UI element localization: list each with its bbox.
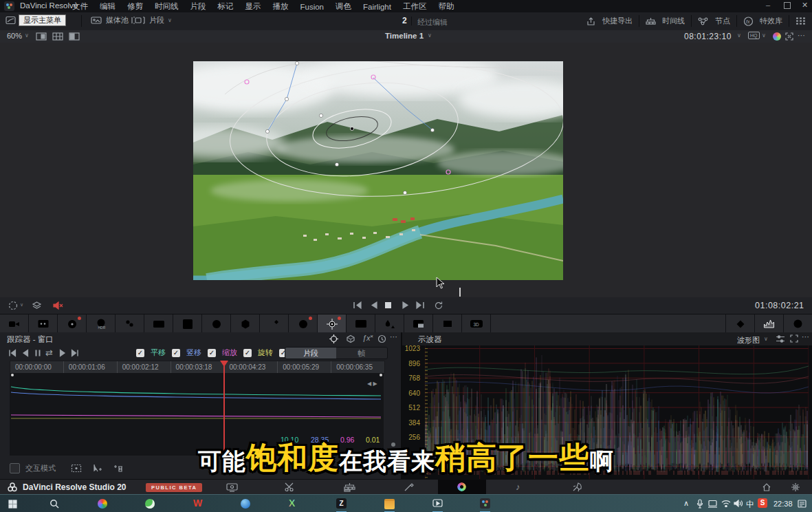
effects-library-label[interactable]: 特效库	[760, 16, 782, 26]
track-forward-icon[interactable]	[59, 349, 67, 357]
nodes-icon[interactable]	[698, 17, 709, 25]
menu-edit[interactable]: 编辑	[98, 1, 117, 12]
mesh-icon[interactable]	[231, 314, 260, 333]
stereo-3d-icon[interactable]: 3D	[462, 314, 491, 333]
scope-mode-chevron-icon[interactable]: ∨	[764, 336, 768, 342]
play-icon[interactable]	[402, 301, 410, 310]
rgb-mixer-icon[interactable]	[116, 314, 144, 333]
grid-viewer-icon[interactable]	[52, 32, 63, 41]
menu-fusion[interactable]: Fusion	[299, 3, 326, 11]
menu-view[interactable]: 显示	[244, 1, 263, 12]
magic-mask-icon[interactable]	[347, 314, 375, 333]
ime-indicator[interactable]: 中	[746, 499, 754, 511]
minimize-icon[interactable]: –	[766, 1, 770, 9]
tray-chevron-icon[interactable]: ∧	[683, 499, 689, 508]
speaker-icon[interactable]	[734, 500, 743, 507]
clock[interactable]: 22:38	[773, 500, 793, 508]
menu-clip[interactable]: 片段	[189, 1, 208, 12]
play-reverse-icon[interactable]	[370, 301, 378, 310]
hq-chevron-icon[interactable]: ∨	[762, 32, 766, 39]
lightbox-icon[interactable]	[795, 17, 806, 25]
microphone-icon[interactable]	[696, 499, 703, 509]
media-pool-button[interactable]: 媒体池	[91, 15, 129, 25]
file-explorer-icon[interactable]	[384, 499, 395, 509]
page-edit-icon[interactable]	[344, 482, 355, 492]
timeline-chevron-icon[interactable]: ∨	[428, 32, 432, 39]
menu-timeline[interactable]: 时间线	[153, 1, 180, 12]
search-icon[interactable]	[50, 499, 59, 509]
go-to-end-icon[interactable]	[415, 301, 425, 310]
wechat-app-icon[interactable]	[145, 499, 155, 509]
wifi-icon[interactable]	[721, 500, 731, 507]
window-overlay-icon[interactable]	[8, 301, 19, 310]
point-box-icon[interactable]	[71, 464, 82, 473]
expand-viewer-icon[interactable]	[785, 32, 793, 41]
color-warper-icon[interactable]	[202, 314, 231, 333]
video-frame[interactable]	[193, 61, 563, 280]
blue-sphere-app-icon[interactable]	[241, 499, 250, 509]
tracker-3d-icon[interactable]	[346, 334, 355, 343]
pan-checkbox[interactable]: ✓	[136, 349, 144, 357]
info-icon[interactable]	[783, 314, 812, 333]
menu-playback[interactable]: 播放	[272, 1, 290, 12]
scope-mode-select[interactable]: 波形图	[737, 335, 760, 345]
interactive-mode-checkbox[interactable]	[10, 463, 20, 473]
quick-export-label[interactable]: 快捷导出	[602, 16, 633, 26]
stop-icon[interactable]	[385, 302, 391, 308]
scope-expand-icon[interactable]	[790, 334, 798, 343]
home-icon[interactable]	[762, 482, 771, 492]
davinci-taskbar-icon[interactable]	[480, 498, 490, 509]
loop-icon[interactable]	[434, 301, 443, 310]
menu-workspace[interactable]: 工作区	[402, 1, 428, 12]
camera-raw-icon[interactable]	[0, 314, 29, 333]
jog-playhead[interactable]	[459, 288, 461, 297]
single-viewer-icon[interactable]	[36, 32, 47, 41]
split-viewer-icon[interactable]	[69, 32, 80, 41]
menu-mark[interactable]: 标记	[217, 1, 235, 12]
delete-point-icon[interactable]	[113, 464, 123, 473]
tracker-crosshair-icon[interactable]	[329, 334, 339, 344]
tab-frame[interactable]: 帧	[336, 348, 387, 359]
scope-settings-icon[interactable]	[776, 334, 785, 343]
tracker-icon[interactable]	[318, 314, 347, 333]
graph-scroll-arrows[interactable]: ◀ ▶	[367, 381, 377, 387]
close-icon[interactable]: ✕	[802, 1, 808, 10]
start-button[interactable]	[8, 500, 17, 509]
track-forward-to-end-icon[interactable]	[71, 349, 79, 357]
notification-icon[interactable]	[798, 500, 806, 508]
timeline-panel-label[interactable]: 时间线	[662, 16, 685, 26]
tracker-playhead-marker[interactable]	[220, 361, 228, 367]
maximize-icon[interactable]	[784, 2, 791, 9]
color-slice-icon[interactable]	[29, 314, 58, 333]
power-window-icon[interactable]	[289, 314, 318, 333]
layers-icon[interactable]	[32, 301, 42, 310]
timeline-panel-icon[interactable]	[646, 17, 656, 25]
timeline-name[interactable]: Timeline 1	[385, 32, 424, 40]
page-fusion-icon[interactable]	[404, 482, 415, 492]
zoom-chevron-icon[interactable]: ∨	[25, 32, 29, 39]
settings-gear-icon[interactable]	[791, 482, 800, 492]
add-point-cursor-icon[interactable]	[93, 464, 102, 473]
track-pause-icon[interactable]	[34, 349, 41, 357]
curves-icon[interactable]	[173, 314, 202, 333]
keyframes-icon[interactable]	[725, 314, 754, 333]
menu-trim[interactable]: 修剪	[126, 1, 144, 12]
page-media-icon[interactable]	[226, 482, 238, 492]
tracker-playhead[interactable]	[223, 361, 225, 456]
z-app-icon[interactable]: Z	[336, 498, 347, 509]
timecode-chevron-icon[interactable]: ∨	[737, 32, 741, 39]
hdr-wheels-icon[interactable]: HDR	[87, 314, 116, 333]
nodes-label[interactable]: 节点	[715, 16, 730, 26]
rotate-checkbox[interactable]: ✓	[243, 349, 252, 357]
overlay-chevron-icon[interactable]: ∨	[20, 302, 23, 308]
tilt-checkbox[interactable]: ✓	[172, 349, 180, 357]
shot-match-icon[interactable]	[144, 314, 173, 333]
app-logo-icon[interactable]	[4, 1, 14, 11]
wps-app-icon[interactable]: W	[193, 498, 202, 509]
scopes-icon[interactable]	[754, 314, 783, 333]
menu-file[interactable]: 文件	[71, 1, 89, 12]
hq-proxy-icon[interactable]: HQ	[748, 32, 760, 39]
tracker-reset-icon[interactable]	[377, 334, 386, 343]
go-to-start-icon[interactable]	[353, 301, 362, 310]
viewer-more-icon[interactable]: ⋯	[798, 31, 805, 40]
